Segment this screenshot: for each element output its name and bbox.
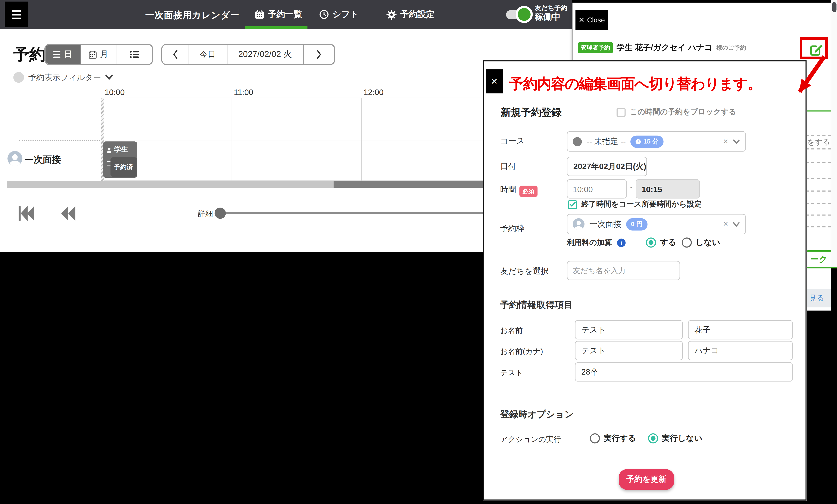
- view-day-button[interactable]: 日: [45, 45, 80, 64]
- clock-icon: [635, 138, 641, 144]
- top-navbar: 一次面接用カレンダー 予約一覧 シフト 予約設定 友だち予約 稼働中: [0, 0, 572, 29]
- kana-last-input[interactable]: [688, 341, 793, 360]
- list-view-icon: [129, 50, 139, 59]
- kana-label: お名前(カナ): [500, 347, 543, 356]
- modal-title: 新規予約登録: [501, 106, 562, 120]
- dashed-divider: [806, 135, 831, 136]
- dashed-divider: [806, 214, 831, 215]
- radio-selected-icon: [646, 237, 656, 248]
- course-select[interactable]: -- 未指定 -- 15 分 ×: [567, 131, 746, 151]
- hamburger-icon: [12, 10, 21, 11]
- time-label-10: 10:00: [105, 88, 125, 96]
- time-range-separator: ~: [630, 184, 634, 192]
- auto-end-checkbox[interactable]: [568, 200, 577, 209]
- slot-select[interactable]: 一次面接 0 円 ×: [567, 214, 746, 234]
- detail-slider-handle[interactable]: [214, 208, 226, 219]
- booking-event[interactable]: 学生 コ 予約済: [103, 141, 137, 178]
- check-icon: [569, 202, 576, 207]
- tab-reservation-list[interactable]: 予約一覧: [255, 0, 302, 29]
- friend-search-input[interactable]: [567, 261, 680, 280]
- fee-yes-option[interactable]: する: [646, 237, 676, 248]
- person-icon: [12, 155, 18, 160]
- clock-icon: [319, 10, 329, 19]
- chevron-left-icon: [172, 50, 178, 59]
- fee-label: 利用料の加算: [567, 238, 612, 247]
- today-button[interactable]: 今日: [188, 45, 227, 64]
- action-no-option[interactable]: 実行しない: [648, 433, 702, 443]
- action-execution-row: 実行する 実行しない: [590, 433, 702, 443]
- dashed-divider: [806, 203, 831, 204]
- month-calendar-icon: [89, 50, 96, 58]
- info-icon[interactable]: i: [617, 238, 626, 247]
- chevron-down-icon[interactable]: [733, 139, 740, 144]
- panel-close-button[interactable]: ✕ Close: [575, 10, 608, 30]
- grid-line: [232, 97, 232, 181]
- dashed-divider: [806, 226, 831, 227]
- event-tooltip: 予約済: [110, 157, 137, 177]
- course-value: -- 未指定 --: [587, 136, 626, 146]
- fee-no-option[interactable]: しない: [682, 237, 720, 248]
- next-day-button[interactable]: [303, 45, 334, 64]
- prev-day-button[interactable]: [162, 45, 188, 64]
- info-section-heading: 予約情報取得項目: [500, 299, 573, 311]
- active-tab-underline: [245, 26, 307, 29]
- view-switcher: 日 月: [44, 44, 153, 65]
- chevron-down-icon[interactable]: [733, 222, 740, 227]
- resource-avatar: [7, 151, 22, 166]
- admin-booking-badge: 管理者予約: [578, 42, 613, 53]
- friend-booking-toggle-knob[interactable]: [516, 6, 533, 23]
- clear-icon[interactable]: ×: [723, 137, 728, 146]
- page-scrollbar-thumb[interactable]: [832, 2, 837, 12]
- start-time-input[interactable]: [567, 179, 627, 199]
- view-month-button[interactable]: 月: [80, 45, 116, 64]
- row-separator-dotted: [19, 140, 102, 141]
- resource-name: 一次面接: [24, 154, 61, 166]
- horizontal-scrollbar-thumb[interactable]: [334, 181, 483, 188]
- radio-selected-icon: [648, 433, 658, 443]
- tab-shift[interactable]: シフト: [319, 0, 359, 29]
- dashed-divider: [806, 178, 831, 179]
- page-scrollbar[interactable]: [831, 0, 837, 267]
- rewind-button[interactable]: [60, 204, 77, 222]
- screenshot-stage: 一次面接用カレンダー 予約一覧 シフト 予約設定 友だち予約 稼働中 予約: [0, 0, 837, 504]
- end-time-input[interactable]: [636, 179, 700, 199]
- annotation-text: 予約内容の編集画面へ切り替わります。: [509, 74, 761, 93]
- background-see-more-link[interactable]: 見る: [809, 293, 824, 303]
- slot-avatar: [573, 218, 585, 230]
- block-time-checkbox[interactable]: [617, 107, 625, 116]
- annotation-arrow: [789, 52, 837, 106]
- name-last-input[interactable]: [688, 320, 793, 339]
- event-title: 学生: [114, 145, 128, 154]
- app-title: 一次面接用カレンダー: [145, 9, 239, 21]
- course-label: コース: [500, 136, 524, 146]
- tab-reservation-settings[interactable]: 予約設定: [387, 0, 434, 29]
- time-label-12: 12:00: [363, 88, 384, 96]
- skip-to-start-button[interactable]: [18, 204, 35, 222]
- custom-field-label: テスト: [500, 368, 523, 378]
- view-list-button[interactable]: [116, 45, 152, 64]
- date-field[interactable]: 2027年02月02日(火): [567, 157, 647, 176]
- slot-label: 予約枠: [500, 223, 524, 234]
- action-yes-option[interactable]: 実行する: [590, 433, 636, 443]
- hamburger-menu-button[interactable]: [5, 1, 28, 27]
- modal-close-button[interactable]: ✕: [486, 69, 503, 93]
- block-time-row: この時間の予約をブロックする: [617, 107, 736, 117]
- name-first-input[interactable]: [575, 320, 683, 339]
- time-label-11: 11:00: [234, 88, 253, 96]
- date-navigation: 今日 2027/02/02 火: [161, 44, 335, 65]
- required-badge: 必須: [519, 186, 537, 197]
- reservation-filter[interactable]: 予約表示フィルター: [13, 72, 113, 83]
- clear-icon[interactable]: ×: [723, 219, 728, 229]
- custom-field-input[interactable]: [575, 362, 793, 382]
- slot-price-badge: 0 円: [626, 218, 647, 230]
- dashed-divider: [806, 191, 831, 192]
- slot-value: 一次面接: [589, 219, 621, 229]
- filter-label: 予約表示フィルター: [28, 72, 101, 83]
- tab-reservation-list-label: 予約一覧: [268, 9, 302, 20]
- kana-first-input[interactable]: [575, 341, 683, 360]
- filter-status-dot: [13, 72, 24, 83]
- detail-slider-label: 詳細: [198, 209, 213, 219]
- block-time-label: この時間の予約をブロックする: [630, 107, 736, 117]
- current-date-button[interactable]: 2027/02/02 火: [227, 45, 303, 64]
- update-booking-button[interactable]: 予約を更新: [619, 469, 674, 490]
